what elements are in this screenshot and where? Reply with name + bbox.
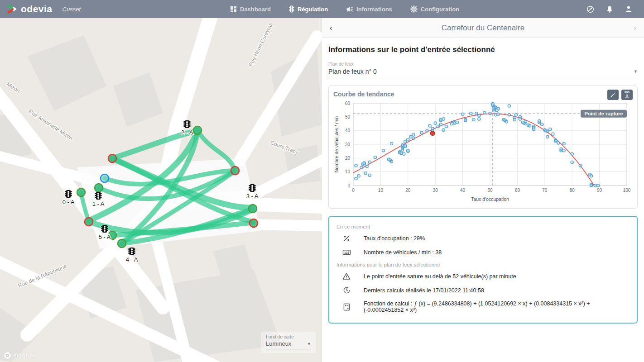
signal-lamp (131, 252, 133, 254)
last-calc-text: Derniers calculs réalisés le 17/01/2022 … (364, 287, 484, 294)
signal-label: 1 - A (92, 200, 105, 207)
build-circle-icon[interactable] (586, 5, 594, 13)
mapbox-logo[interactable]: mapbox (4, 352, 37, 359)
scatter-point (483, 111, 486, 114)
signal-lamp (104, 230, 106, 232)
trend-chart: 01020304050607080901000102030405060Taux … (333, 98, 634, 204)
entry-point-marker-green[interactable] (95, 184, 103, 192)
megaphone-icon (346, 6, 353, 13)
occupancy-value: Taux d'occupation : 29% (364, 235, 425, 242)
scatter-point (571, 161, 573, 163)
basemap-control: Fond de carte Lumineux ▼ (261, 332, 316, 353)
scatter-point (478, 118, 481, 120)
entry-point-marker-green[interactable] (249, 205, 257, 213)
signal-lamp (67, 195, 69, 197)
entry-point-marker-green[interactable] (77, 188, 85, 196)
scatter-point (401, 143, 404, 146)
signal-tab (71, 191, 72, 192)
scatter-point (400, 152, 403, 155)
entry-point-marker-blue[interactable] (101, 174, 109, 182)
scatter-point (489, 112, 491, 115)
history-icon (342, 286, 351, 294)
x-tick-label: 10 (378, 188, 384, 193)
scatter-point (365, 165, 368, 167)
scatter-point (382, 149, 384, 152)
signal-tab (134, 251, 135, 252)
number-123-icon: 123 (342, 248, 351, 256)
signal-lamp (97, 197, 99, 199)
basemap-select[interactable]: Lumineux ▼ (266, 340, 311, 349)
scatter-point (560, 149, 562, 152)
x-tick-label: 30 (433, 188, 438, 193)
signal-lamp (186, 121, 188, 123)
signal-tab (189, 125, 191, 127)
signal-tab (71, 195, 72, 196)
account-icon[interactable] (625, 5, 632, 13)
scatter-point (514, 114, 517, 116)
svg-text:123: 123 (344, 251, 349, 254)
scatter-point (464, 119, 467, 122)
plan-info-label: Informations pour le plan de feux sélect… (336, 262, 630, 267)
detail-panel: ‹ Carrefour du Centenaire › Informations… (322, 18, 644, 362)
scatter-point (497, 113, 500, 115)
scatter-point (528, 124, 531, 127)
signal-label: 4 - A (126, 256, 138, 263)
signal-tab (184, 124, 185, 125)
plan-de-feux-select[interactable]: Plan de feux Plan de feux n° 0 ▼ (328, 62, 638, 78)
scatter-point (562, 142, 565, 145)
signal-tab (107, 228, 108, 229)
map-canvas[interactable]: MizonRue Antoinette MizonRue Henri Curey… (0, 18, 322, 362)
main-menu: Dashboard Régulation Informations (230, 5, 459, 13)
scatter-point (439, 118, 442, 121)
scatter-point (439, 123, 442, 126)
signal-label: 5 - A (99, 233, 111, 240)
scatter-point (456, 121, 458, 124)
entry-point-marker-green[interactable] (118, 239, 126, 248)
x-tick-label: 20 (405, 188, 411, 193)
brand[interactable]: odevia (0, 4, 53, 14)
chevron-down-icon: ▼ (634, 69, 638, 74)
signal-tab (101, 197, 102, 198)
scatter-point (368, 174, 371, 176)
nav-item-informations[interactable]: Informations (346, 5, 392, 13)
next-chevron-icon[interactable]: › (628, 23, 637, 33)
nav-item-regulation[interactable]: Régulation (289, 5, 328, 13)
bell-icon[interactable] (606, 5, 613, 13)
signal-tab (107, 230, 108, 231)
traffic-light-icon (289, 5, 294, 13)
scatter-point (426, 129, 428, 132)
basemap-label: Fond de carte (266, 334, 311, 339)
entry-point-marker-red[interactable] (231, 167, 239, 175)
download-png-button[interactable]: PNG (621, 90, 633, 100)
expand-chart-button[interactable] (607, 90, 619, 100)
last-calc-row: Derniers calculs réalisés le 17/01/2022 … (336, 283, 630, 297)
scatter-point (355, 164, 357, 167)
x-tick-label: 100 (623, 188, 631, 193)
scatter-point (538, 121, 541, 124)
nav-item-configuration[interactable]: Configuration (410, 5, 459, 13)
entry-point-marker-red[interactable] (85, 218, 93, 226)
scatter-point (401, 148, 404, 151)
formula-row: Fonction de calcul : ƒ (x) = (9.24863348… (336, 297, 630, 316)
y-tick-label: 30 (345, 142, 351, 147)
entry-point-marker-red[interactable] (250, 219, 258, 227)
nav-item-dashboard[interactable]: Dashboard (230, 5, 271, 13)
scatter-point (513, 118, 516, 121)
y-tick-label: 10 (345, 169, 351, 174)
section-title: Informations sur le point d'entrée sélec… (328, 45, 638, 54)
signal-tab (255, 187, 256, 189)
signal-tab (249, 185, 250, 186)
entry-point-marker-red[interactable] (108, 154, 116, 162)
expand-icon (610, 92, 616, 98)
scatter-point (428, 124, 431, 127)
navbar-right (586, 5, 644, 13)
signal-lamp (251, 185, 253, 187)
scatter-point (494, 106, 497, 109)
entry-point-marker-green[interactable] (193, 126, 202, 134)
signal-label: 2 - A (181, 129, 193, 136)
scatter-point (412, 133, 415, 136)
signal-tab (101, 193, 102, 194)
back-chevron-icon[interactable]: ‹ (329, 23, 338, 33)
nav-label: Informations (356, 6, 392, 13)
scatter-point (524, 122, 527, 125)
